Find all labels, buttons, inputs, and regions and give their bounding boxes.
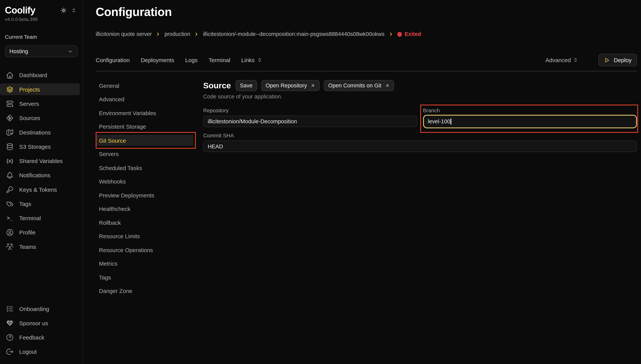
sidebar-item-tags[interactable]: Tags <box>0 198 80 210</box>
git-diamond-icon <box>6 114 14 122</box>
key-icon <box>6 185 14 194</box>
sidebar-item-feedback[interactable]: Feedback <box>0 331 80 343</box>
sidebar-item-servers[interactable]: Servers <box>0 98 80 110</box>
heart-handshake-icon <box>6 319 14 327</box>
branch-input[interactable]: level-100 <box>423 115 637 128</box>
sidebar-item-label: Destinations <box>19 129 51 135</box>
sidebar-item-sources[interactable]: Sources <box>0 112 80 124</box>
sun-icon[interactable] <box>60 7 67 14</box>
users-group-icon <box>6 242 14 250</box>
subnav-item-scheduled-tasks[interactable]: Scheduled Tasks <box>96 162 193 174</box>
subnav-item-git-source[interactable]: Git Source <box>96 135 193 146</box>
chevron-right-icon <box>388 32 393 37</box>
chevron-right-icon <box>194 32 199 37</box>
breadcrumb-environment[interactable]: production <box>164 31 190 38</box>
subnav-item-resource-limits[interactable]: Resource Limits <box>96 231 193 242</box>
repository-field: Repository illicitestonion/Module-Decomp… <box>203 108 417 128</box>
server-icon <box>6 100 14 108</box>
selector-icon <box>257 57 262 63</box>
status-text: Exited <box>404 31 421 38</box>
subnav-item-danger-zone[interactable]: Danger Zone <box>96 286 193 296</box>
sidebar-item-label: Tags <box>19 200 31 207</box>
coolify-app: Coolify v4.0.0-beta.399 Current Team Hos… <box>0 0 641 364</box>
sidebar-item-teams[interactable]: Teams <box>0 241 80 252</box>
breadcrumb-resource[interactable]: illicitestonion/-module--decomposition:m… <box>203 31 384 38</box>
panel-description: Code source of your application. <box>203 93 637 100</box>
open-repository-button[interactable]: Open Repository <box>261 80 320 91</box>
theme-selector-icon[interactable] <box>71 8 77 14</box>
sidebar-item-label: Shared Variables <box>19 158 63 164</box>
sidebar-item-destinations[interactable]: Destinations <box>0 126 80 138</box>
sidebar-nav: Dashboard Projects Servers <box>0 69 83 255</box>
team-select-value: Hosting <box>9 48 28 54</box>
subnav-item-healthcheck[interactable]: Healthcheck <box>96 204 193 214</box>
sidebar-item-s3-storages[interactable]: S3 Storages <box>0 140 80 152</box>
logout-icon <box>6 348 14 356</box>
text-caret <box>450 119 451 125</box>
sidebar-item-label: Logout <box>19 348 37 355</box>
sidebar-item-onboarding[interactable]: Onboarding <box>0 303 80 314</box>
source-panel: Source Save Open Repository Open Commits… <box>193 80 637 364</box>
app-version: v4.0.0-beta.399 <box>0 16 83 22</box>
tab-logs[interactable]: Logs <box>185 57 198 64</box>
team-select[interactable]: Hosting <box>5 46 78 57</box>
variable-icon: (x) <box>6 157 14 165</box>
sidebar-item-logout[interactable]: Logout <box>0 346 80 357</box>
subnav-item-general[interactable]: General <box>96 80 193 91</box>
sidebar-item-sponsor[interactable]: Sponsor us <box>0 317 80 329</box>
subnav-item-preview-deployments[interactable]: Preview Deployments <box>96 190 193 201</box>
arrow-up-right-icon <box>310 84 315 88</box>
subnav-item-servers[interactable]: Servers <box>96 149 193 160</box>
sidebar-item-shared-variables[interactable]: (x) Shared Variables <box>0 155 80 166</box>
sidebar-item-label: Onboarding <box>19 305 49 312</box>
deploy-button[interactable]: Deploy <box>599 54 637 66</box>
breadcrumb: illicitonion quote server production ill… <box>96 31 637 38</box>
commit-sha-field: Commit SHA HEAD <box>203 132 637 152</box>
subnav-item-resource-operations[interactable]: Resource Operations <box>96 244 193 256</box>
subnav-item-environment-variables[interactable]: Environment Variables <box>96 108 193 118</box>
chevron-right-icon <box>156 32 161 37</box>
subnav-item-webhooks[interactable]: Webhooks <box>96 176 193 187</box>
bell-icon <box>6 171 14 179</box>
tab-divider <box>96 71 637 72</box>
checklist-icon <box>6 304 14 313</box>
open-commits-button[interactable]: Open Commits on Git <box>324 80 394 91</box>
main-area: Configuration illicitonion quote server … <box>83 0 641 364</box>
sidebar-item-profile[interactable]: Profile <box>0 226 80 238</box>
subnav-item-advanced[interactable]: Advanced <box>96 94 193 105</box>
tab-deployments[interactable]: Deployments <box>141 57 174 64</box>
tab-configuration[interactable]: Configuration <box>96 57 130 64</box>
sidebar-item-keys-tokens[interactable]: Keys & Tokens <box>0 184 80 195</box>
sidebar-item-projects[interactable]: Projects <box>0 84 80 95</box>
sidebar-item-notifications[interactable]: Notifications <box>0 169 80 181</box>
chevron-down-icon <box>68 48 73 54</box>
save-button[interactable]: Save <box>235 80 257 91</box>
sidebar-item-label: Sponsor us <box>19 320 48 326</box>
status-badge: Exited <box>397 31 421 38</box>
selector-icon <box>573 57 579 63</box>
status-dot-icon <box>397 32 402 37</box>
sidebar-item-label: Servers <box>19 100 39 107</box>
current-team-label: Current Team <box>0 34 83 40</box>
sidebar-item-dashboard[interactable]: Dashboard <box>0 69 80 81</box>
sidebar-item-label: Dashboard <box>19 72 47 78</box>
sidebar-item-label: Sources <box>19 114 40 121</box>
tab-links[interactable]: Links <box>241 57 262 64</box>
sidebar-footer-nav: Onboarding Sponsor us <box>0 303 83 360</box>
branch-label: Branch <box>423 108 637 114</box>
advanced-dropdown[interactable]: Advanced <box>545 57 579 64</box>
tab-terminal[interactable]: Terminal <box>209 57 230 64</box>
breadcrumb-project[interactable]: illicitonion quote server <box>96 31 152 38</box>
subnav-item-tags[interactable]: Tags <box>96 272 193 283</box>
sidebar-item-label: S3 Storages <box>19 143 51 150</box>
repository-input[interactable]: illicitestonion/Module-Decomposition <box>203 116 417 127</box>
subnav-item-rollback[interactable]: Rollback <box>96 217 193 228</box>
subnav-item-persistent-storage[interactable]: Persistent Storage <box>96 122 193 132</box>
subnav-item-metrics[interactable]: Metrics <box>96 258 193 269</box>
home-icon <box>6 71 14 79</box>
page-title: Configuration <box>96 5 637 19</box>
sidebar-item-terminal[interactable]: >_ Terminal <box>0 212 80 224</box>
commit-sha-input[interactable]: HEAD <box>203 141 637 152</box>
stack-icon <box>6 85 14 93</box>
sidebar: Coolify v4.0.0-beta.399 Current Team Hos… <box>0 0 83 364</box>
